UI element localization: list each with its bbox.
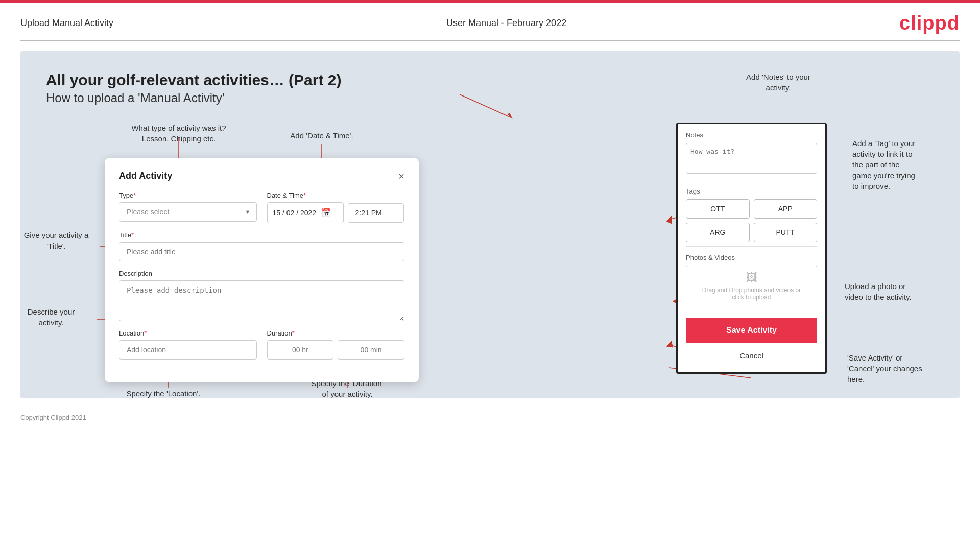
location-duration-row: Location* Duration*: [119, 329, 404, 360]
calendar-icon: 📅: [321, 208, 331, 218]
annotation-location-text: Specify the 'Location'.: [127, 389, 201, 398]
tags-section: Tags OTT APP ARG PUTT: [678, 180, 825, 246]
cancel-button[interactable]: Cancel: [686, 347, 817, 364]
photos-upload-area[interactable]: 🖼 Drag and Drop photos and videos or cli…: [686, 266, 817, 306]
header-divider: [20, 40, 960, 41]
tag-ott[interactable]: OTT: [686, 199, 750, 219]
type-label: Type*: [119, 191, 257, 199]
type-group: Type* Please select: [119, 191, 257, 223]
annotation-tags: Add a 'Tag' to your activity to link it …: [852, 138, 970, 191]
page-subheading: How to upload a 'Manual Activity': [46, 91, 934, 105]
annotation-datetime-text: Add 'Date & Time'.: [290, 131, 353, 140]
time-input[interactable]: [348, 203, 404, 223]
photos-panel-label: Photos & Videos: [686, 254, 817, 261]
title-label: Title*: [119, 231, 404, 239]
notes-panel-label: Notes: [686, 131, 817, 139]
annotation-tags-text: Add a 'Tag' to your activity to link it …: [852, 139, 915, 190]
annotation-notes: Add 'Notes' to your activity.: [727, 71, 829, 93]
duration-min-input[interactable]: [338, 340, 404, 360]
annotation-location: Specify the 'Location'.: [105, 388, 222, 399]
annotation-datetime: Add 'Date & Time'.: [271, 130, 373, 141]
tag-putt[interactable]: PUTT: [754, 223, 818, 242]
desc-row: Description: [119, 270, 404, 321]
photos-section: Photos & Videos 🖼 Drag and Drop photos a…: [678, 247, 825, 310]
photos-hint-text: Drag and Drop photos and videos or click…: [702, 286, 801, 301]
header-center-subtitle: User Manual - February 2022: [446, 18, 566, 29]
type-select-wrapper: Please select: [119, 202, 257, 222]
title-input[interactable]: [119, 242, 404, 261]
tags-panel-label: Tags: [686, 187, 817, 195]
save-activity-button[interactable]: Save Activity: [686, 318, 817, 343]
annotation-desc: Describe your activity.: [10, 306, 92, 328]
header: Upload Manual Activity User Manual - Feb…: [0, 3, 980, 40]
annotation-title-text: Give your activity a 'Title'.: [24, 231, 89, 250]
type-datetime-row: Type* Please select Date & Time* 15 / 02…: [119, 191, 404, 223]
phone-panel: Notes Tags OTT APP ARG PUTT Photos & Vid…: [676, 123, 827, 374]
datetime-label: Date & Time*: [267, 191, 405, 199]
annotation-upload-text: Upload a photo or video to the activity.: [845, 282, 912, 301]
photo-icon: 🖼: [746, 271, 757, 284]
annotation-save-text: 'Save Activity' or 'Cancel' your changes…: [847, 353, 922, 384]
header-left-title: Upload Manual Activity: [20, 18, 113, 29]
location-label: Location*: [119, 329, 257, 337]
add-activity-modal: Add Activity × Type* Please select Date …: [105, 158, 419, 382]
location-group: Location*: [119, 329, 257, 360]
modal-title: Add Activity: [119, 171, 172, 181]
annotation-upload: Upload a photo or video to the activity.: [845, 281, 967, 302]
annotation-type-text: What type of activity was it? Lesson, Ch…: [131, 124, 226, 143]
location-input[interactable]: [119, 340, 257, 360]
duration-hr-input[interactable]: [267, 340, 334, 360]
desc-textarea[interactable]: [119, 280, 404, 321]
copyright-text: Copyright Clippd 2021: [20, 414, 86, 421]
type-select[interactable]: Please select: [119, 202, 257, 222]
desc-label: Description: [119, 270, 404, 277]
tags-grid: OTT APP ARG PUTT: [686, 199, 817, 242]
datetime-group: Date & Time* 15 / 02 / 2022 📅: [267, 191, 405, 223]
logo: clippd: [899, 12, 960, 34]
date-input[interactable]: 15 / 02 / 2022 📅: [267, 202, 344, 223]
duration-label: Duration*: [267, 329, 405, 337]
annotation-type: What type of activity was it? Lesson, Ch…: [120, 123, 237, 144]
footer: Copyright Clippd 2021: [0, 409, 980, 426]
tag-arg[interactable]: ARG: [686, 223, 750, 242]
modal-header: Add Activity ×: [119, 171, 404, 181]
modal-close-button[interactable]: ×: [398, 171, 404, 181]
duration-inputs: [267, 340, 405, 360]
date-time-group: 15 / 02 / 2022 📅: [267, 202, 405, 223]
title-group: Title*: [119, 231, 404, 261]
main-content: All your golf-relevant activities… (Part…: [20, 51, 960, 398]
duration-group: Duration*: [267, 329, 405, 360]
desc-group: Description: [119, 270, 404, 321]
notes-textarea[interactable]: [686, 143, 817, 174]
notes-section: Notes: [678, 124, 825, 180]
annotation-title: Give your activity a 'Title'.: [15, 230, 97, 251]
annotation-save: 'Save Activity' or 'Cancel' your changes…: [847, 352, 970, 385]
annotation-desc-text: Describe your activity.: [28, 307, 75, 327]
title-row: Title*: [119, 231, 404, 261]
tag-app[interactable]: APP: [754, 199, 818, 219]
annotation-notes-text: Add 'Notes' to your activity.: [746, 73, 810, 92]
